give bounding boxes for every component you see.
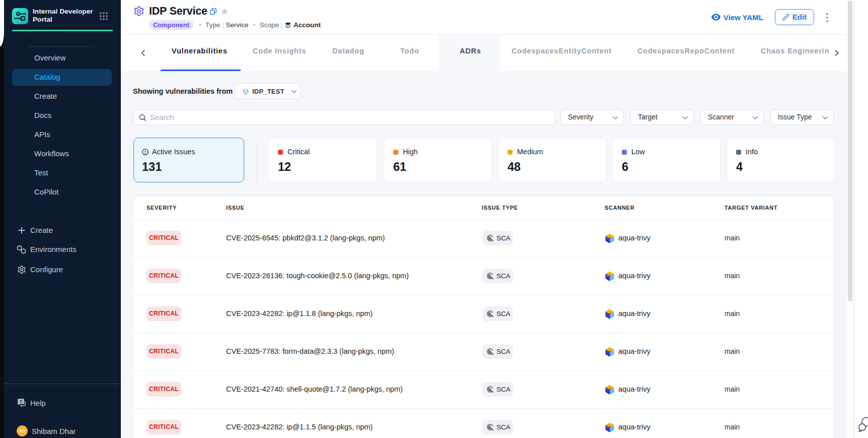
svg-text:?: ? bbox=[20, 399, 23, 404]
